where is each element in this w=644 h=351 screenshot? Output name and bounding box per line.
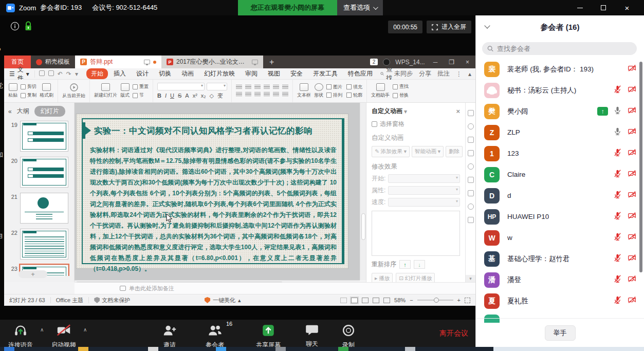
- fill-button[interactable]: 填充: [346, 84, 362, 90]
- protection-label[interactable]: 文档未保护: [102, 297, 130, 304]
- invite-button[interactable]: 邀请: [162, 323, 177, 349]
- taskbar-app-icon[interactable]: [148, 347, 158, 351]
- slide-canvas[interactable]: 实验一：中文词频对不同认知风格学习者再认记忆的影响 实验材料：词语通过对《现代汉…: [75, 103, 360, 280]
- font-style-button-x₂[interactable]: x₂: [201, 93, 206, 99]
- zoom-slider-knob[interactable]: [434, 298, 439, 303]
- smart-animation-button[interactable]: 智能动画 ▾: [412, 146, 444, 157]
- scrollbar-thumb[interactable]: [361, 213, 365, 240]
- align-right-icon[interactable]: [254, 92, 261, 97]
- taskbar-app-icon[interactable]: [216, 347, 226, 351]
- ribbon-tab-切换[interactable]: 切换: [154, 68, 176, 79]
- cut-button[interactable]: 剪切: [21, 83, 36, 90]
- more-icon[interactable]: ▾: [75, 70, 78, 78]
- sidebar-tool-icon[interactable]: [468, 177, 474, 183]
- video-options-chevron[interactable]: ∧: [83, 327, 87, 332]
- meeting-info-icon[interactable]: [10, 22, 20, 31]
- print-icon[interactable]: [48, 70, 54, 76]
- taskbar-app-icon[interactable]: [78, 347, 88, 351]
- minimize-button[interactable]: [568, 0, 592, 15]
- wps-active-document-tab[interactable]: P 答辩.ppt: [75, 56, 161, 68]
- share-button[interactable]: 共享屏幕: [256, 323, 281, 349]
- close-panel-button[interactable]: ×: [456, 107, 460, 115]
- numbering-icon[interactable]: [245, 85, 251, 90]
- reading-view-icon[interactable]: [373, 298, 379, 303]
- sidebar-tool-icon[interactable]: [468, 217, 474, 223]
- redo-icon[interactable]: ↷: [66, 70, 71, 78]
- format-painter-button[interactable]: 格式刷: [40, 83, 53, 99]
- audio-options-chevron[interactable]: ∧: [40, 327, 44, 332]
- picture-button[interactable]: 图片: [326, 84, 342, 90]
- slide-thumbnail-21[interactable]: 21: [4, 190, 74, 226]
- effect-dropdown[interactable]: [388, 198, 460, 207]
- participant-row[interactable]: 裴 裴老师 (我, 参会者ID： 193) ↑: [476, 59, 644, 80]
- font-style-button-A[interactable]: A: [185, 93, 189, 99]
- outline-button[interactable]: 轮廓: [346, 92, 362, 99]
- sidebar-tool-icon[interactable]: [468, 110, 474, 116]
- sidebar-tool-icon[interactable]: [468, 190, 474, 196]
- participant-search-box[interactable]: [482, 42, 637, 55]
- find-button[interactable]: 查找: [393, 83, 409, 90]
- ribbon-tab-审阅[interactable]: 审阅: [241, 68, 262, 79]
- layout-button[interactable]: 版式: [120, 83, 130, 99]
- ribbon-right-item[interactable]: 分享: [419, 69, 431, 78]
- participant-row[interactable]: 1 123 ↑: [476, 143, 644, 164]
- doc-assistant-button[interactable]: 文档助手: [371, 83, 390, 99]
- wps-close-button[interactable]: ×: [463, 59, 472, 66]
- arrange-button[interactable]: 排列: [326, 92, 342, 99]
- windows-taskbar[interactable]: [0, 347, 644, 351]
- paste-button[interactable]: 粘贴: [8, 83, 17, 99]
- ribbon-tab-开始[interactable]: 开始: [86, 68, 108, 79]
- move-up-button[interactable]: ↑: [399, 260, 411, 269]
- participant-row[interactable]: D d ↑: [476, 185, 644, 206]
- reset-button[interactable]: 重置: [133, 83, 149, 90]
- participants-scrollbar[interactable]: [639, 62, 642, 272]
- collapse-panel-chevron-icon[interactable]: [484, 23, 490, 28]
- indent-increase-icon[interactable]: [264, 85, 270, 90]
- move-down-button[interactable]: ↓: [414, 260, 425, 269]
- sidebar-tool-icon[interactable]: [468, 137, 474, 143]
- font-style-button-◇[interactable]: ◇: [210, 93, 214, 99]
- slide-page[interactable]: 实验一：中文词频对不同认知风格学习者再认记忆的影响 实验材料：词语通过对《现代汉…: [77, 114, 348, 268]
- wps-restore-button[interactable]: ❐: [446, 59, 457, 66]
- ribbon-right-item[interactable]: ⋮: [456, 70, 462, 78]
- ribbon-tab-插入[interactable]: 插入: [109, 68, 131, 79]
- quick-access-toolbar[interactable]: ↶ ↷ ▾: [34, 70, 82, 78]
- slide-thumbnail-22[interactable]: 22: [4, 226, 74, 262]
- play-from-current-button[interactable]: 从当前开始: [62, 83, 85, 99]
- current-view-icon[interactable]: [351, 298, 358, 303]
- view-options-button[interactable]: 查看选项: [337, 0, 383, 15]
- distribute-icon[interactable]: [273, 92, 279, 97]
- slide-thumbnail-20[interactable]: 20: [4, 154, 74, 190]
- outline-tab[interactable]: 大纲: [17, 107, 29, 116]
- slideshow-view-icon[interactable]: [383, 298, 390, 303]
- shape-button[interactable]: 形状: [314, 83, 323, 99]
- wps-account-icon[interactable]: [383, 59, 390, 66]
- participants-button[interactable]: 参会者: [206, 323, 224, 349]
- participant-row[interactable]: 樊 樊小阔 ↑: [476, 101, 644, 122]
- undo-icon[interactable]: ↶: [58, 70, 63, 78]
- participant-row[interactable]: 秘书：汤彩云 (主持人) ↑: [476, 80, 644, 101]
- text-direction-icon[interactable]: [282, 92, 288, 97]
- columns-icon[interactable]: [282, 85, 288, 90]
- font-style-button-变[interactable]: 变: [217, 92, 223, 100]
- indent-decrease-icon[interactable]: [254, 85, 261, 90]
- ribbon-right-item[interactable]: 批注: [437, 69, 450, 78]
- vertical-scrollbar[interactable]: [360, 103, 366, 280]
- wps-minimize-button[interactable]: ─: [430, 59, 441, 66]
- participant-row[interactable]: 潘 潘登 ↑: [476, 269, 644, 290]
- maximize-button[interactable]: [592, 0, 615, 15]
- save-icon[interactable]: [39, 70, 45, 76]
- ribbon-tab-视图[interactable]: 视图: [263, 68, 285, 79]
- audio-button[interactable]: 连接语音: [8, 323, 33, 349]
- new-slide-button[interactable]: 新建幻灯片: [94, 83, 117, 99]
- font-style-button-U[interactable]: U: [170, 93, 174, 99]
- align-center-icon[interactable]: [245, 92, 251, 97]
- video-button[interactable]: 启动视频: [51, 323, 76, 349]
- sidebar-tool-icon[interactable]: [468, 150, 474, 156]
- ribbon-tab-幻灯片放映[interactable]: 幻灯片放映: [199, 68, 240, 79]
- strip-expand-chevron[interactable]: ▾: [466, 275, 475, 282]
- sidebar-tool-icon[interactable]: [468, 204, 474, 210]
- bullets-icon[interactable]: [236, 85, 242, 90]
- ribbon-right-item[interactable]: ▴: [468, 70, 471, 78]
- section-button[interactable]: 节: [133, 92, 149, 99]
